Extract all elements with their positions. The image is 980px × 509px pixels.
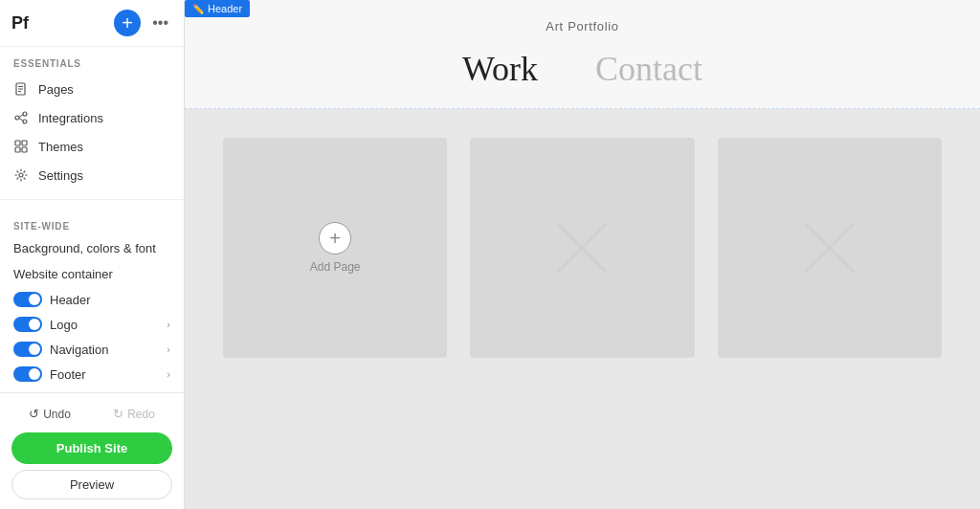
sidebar-item-settings[interactable]: Settings [0,161,184,189]
page-card-2[interactable] [718,138,942,358]
toggle-logo-row[interactable]: Logo › [0,312,184,337]
add-page-circle-button[interactable]: + [319,222,351,254]
pages-label: Pages [38,82,74,97]
add-page-label: Add Page [310,260,361,274]
content-area: + Add Page [185,109,980,509]
redo-label: Redo [127,408,155,421]
svg-point-13 [19,173,23,177]
themes-label: Themes [38,140,83,154]
nav-link-work[interactable]: Work [462,49,538,89]
footer-toggle-label: Footer [50,367,159,382]
settings-label: Settings [38,168,83,183]
svg-point-5 [23,112,27,116]
svg-point-4 [15,116,19,120]
site-wide-label: SITE-WIDE [0,210,184,235]
undo-button[interactable]: ↺ Undo [11,403,88,425]
toggle-navigation-row[interactable]: Navigation › [0,337,184,362]
header-tag-label: Header [208,3,242,14]
main-canvas: ✏️ Header Art Portfolio Work Contact + A… [185,0,980,509]
svg-line-7 [19,115,23,118]
publish-button[interactable]: Publish Site [11,432,172,464]
sidebar-header: Pf + ••• [0,0,184,47]
more-dots: ••• [152,14,168,32]
website-header: Art Portfolio Work Contact [185,0,980,109]
pages-icon [13,81,29,97]
integrations-label: Integrations [38,111,103,125]
sidebar-item-integrations[interactable]: Integrations [0,103,184,132]
svg-rect-11 [15,147,20,152]
toggle-header-row[interactable]: Header [0,287,184,312]
website-container-row[interactable]: Website container [0,261,184,287]
settings-icon [13,167,29,183]
header-toggle[interactable] [13,292,42,307]
website-container-label: Website container [13,267,113,281]
sidebar: Pf + ••• ESSENTIALS Pages [0,0,185,509]
more-button[interactable]: ••• [148,12,172,33]
logo: Pf [11,13,106,33]
bg-colors-font-row[interactable]: Background, colors & font [0,235,184,261]
add-button[interactable]: + [114,10,141,36]
undo-redo-row: ↺ Undo ↻ Redo [11,403,172,425]
logo-toggle[interactable] [13,317,42,332]
divider-1 [0,199,184,200]
navigation-toggle[interactable] [13,342,42,357]
themes-icon [13,139,29,154]
navigation-toggle-label: Navigation [50,343,159,357]
card-placeholder-2 [718,138,942,358]
svg-rect-10 [22,141,27,145]
redo-icon: ↻ [113,407,123,421]
undo-label: Undo [43,408,71,421]
page-card-1[interactable] [470,138,694,358]
svg-line-8 [19,119,23,122]
integrations-icon [13,110,29,125]
card-placeholder-1 [470,138,694,358]
add-page-card[interactable]: + Add Page [223,138,447,358]
edit-pencil-icon: ✏️ [192,4,204,14]
nav-links: Work Contact [185,49,980,108]
header-tag[interactable]: ✏️ Header [185,0,250,17]
bg-colors-label: Background, colors & font [13,241,156,255]
svg-rect-12 [22,147,27,152]
sidebar-item-themes[interactable]: Themes [0,132,184,161]
toggle-footer-row[interactable]: Footer › [0,362,184,387]
header-indicator: ✏️ Header [185,0,250,17]
logo-chevron-icon: › [167,319,170,330]
logo-toggle-label: Logo [50,318,159,332]
sidebar-item-pages[interactable]: Pages [0,75,184,103]
header-toggle-label: Header [50,293,170,307]
navigation-chevron-icon: › [167,343,170,355]
undo-icon: ↺ [29,407,39,421]
site-title: Art Portfolio [185,19,980,33]
sidebar-bottom: ↺ Undo ↻ Redo Publish Site Preview [0,392,184,509]
nav-link-contact[interactable]: Contact [595,49,702,89]
sidebar-content: ESSENTIALS Pages [0,47,184,392]
footer-toggle[interactable] [13,366,42,382]
footer-chevron-icon: › [167,368,170,380]
svg-point-6 [23,120,27,123]
svg-rect-9 [15,141,20,145]
preview-button[interactable]: Preview [11,470,172,499]
redo-button[interactable]: ↻ Redo [96,403,172,425]
essentials-label: ESSENTIALS [0,58,184,75]
